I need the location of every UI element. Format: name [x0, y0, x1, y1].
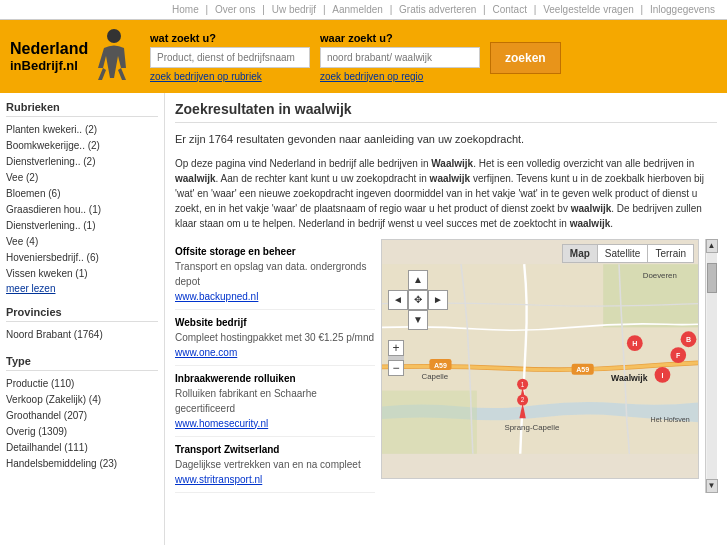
list-item[interactable]: Groothandel (207) [6, 408, 158, 424]
listing-title[interactable]: Offsite storage en beheer [175, 244, 375, 259]
svg-text:Sprang-Capelle: Sprang-Capelle [504, 423, 559, 432]
list-item[interactable]: Detailhandel (111) [6, 440, 158, 456]
search-what-group: wat zoekt u? zoek bedrijven op rubriek [150, 32, 310, 82]
map-nav-left[interactable]: ◄ [388, 290, 408, 310]
map-navigation: ▲ ◄ ✥ ► ▼ [388, 270, 448, 330]
svg-text:I: I [661, 371, 663, 379]
listing-url[interactable]: www.one.com [175, 345, 375, 360]
svg-text:A59: A59 [576, 366, 589, 374]
svg-text:F: F [676, 352, 681, 360]
listings-panel: Offsite storage en beheer Transport en o… [175, 239, 375, 493]
provincies-section: Provincies Noord Brabant (1764) [6, 306, 158, 343]
rubrieken-more-link[interactable]: meer lezen [6, 283, 55, 294]
map-tab-map[interactable]: Map [562, 244, 597, 263]
list-item[interactable]: Productie (110) [6, 376, 158, 392]
list-item[interactable]: Handelsbemiddeling (23) [6, 456, 158, 472]
page-title: Zoekresultaten in waalwijk [175, 101, 717, 123]
logo-line2: inBedrijf.nl [10, 58, 88, 74]
svg-text:A59: A59 [434, 361, 447, 369]
nav-gratis[interactable]: Gratis adverteren [399, 4, 476, 15]
logo-figure [96, 28, 131, 85]
map-zoom-controls: + − [388, 340, 404, 376]
listing-url[interactable]: www.stritransport.nl [175, 472, 375, 487]
map-nav-right[interactable]: ► [428, 290, 448, 310]
svg-text:Capelle: Capelle [422, 371, 449, 380]
listing-desc: Transport en opslag van data. ondergrond… [175, 259, 375, 289]
map-container[interactable]: Map Satellite Terrain ▲ ◄ ✥ ► ▼ + [381, 239, 699, 479]
scroll-thumb[interactable] [707, 263, 717, 293]
list-item[interactable]: Verkoop (Zakelijk) (4) [6, 392, 158, 408]
list-item[interactable]: Graasdieren hou.. (1) [6, 202, 158, 218]
search-button[interactable]: zoeken [490, 42, 561, 74]
scroll-track[interactable] [707, 253, 717, 479]
svg-text:1: 1 [521, 380, 525, 387]
map-tab-bar: Map Satellite Terrain [562, 244, 694, 263]
svg-text:Het Hofsven: Het Hofsven [651, 416, 690, 424]
list-item[interactable]: Dienstverlening.. (1) [6, 218, 158, 234]
svg-rect-3 [382, 390, 477, 453]
listing-title[interactable]: Website bedrijf [175, 315, 375, 330]
search-what-label: wat zoekt u? [150, 32, 310, 44]
search-where-input[interactable] [320, 47, 480, 68]
search-where-group: waar zoekt u? zoek bedrijven op regio [320, 32, 480, 82]
nav-faq[interactable]: Veelgestelde vragen [543, 4, 634, 15]
logo: Nederland inBedrijf.nl [10, 39, 88, 74]
list-item[interactable]: Hoveniersbedrijf.. (6) [6, 250, 158, 266]
listing-item: Transport Zwitserland Dagelijkse vertrek… [175, 437, 375, 493]
search-area: wat zoekt u? zoek bedrijven op rubriek w… [140, 32, 717, 82]
map-zoom-in[interactable]: + [388, 340, 404, 356]
listing-title[interactable]: Transport Zwitserland [175, 442, 375, 457]
map-listings-area: Offsite storage en beheer Transport en o… [175, 239, 717, 493]
nav-aanmelden[interactable]: Aanmelden [332, 4, 383, 15]
list-item[interactable]: Planten kwekeri.. (2) [6, 122, 158, 138]
listing-desc: Rolluiken fabrikant en Schaarhe gecertif… [175, 386, 375, 416]
map-nav-center[interactable]: ✥ [408, 290, 428, 310]
provincies-title: Provincies [6, 306, 158, 322]
map-nav-down[interactable]: ▼ [408, 310, 428, 330]
map-tab-terrain[interactable]: Terrain [647, 244, 694, 263]
listing-title[interactable]: Inbraakwerende rolluiken [175, 371, 375, 386]
nav-home[interactable]: Home [172, 4, 199, 15]
list-item[interactable]: Dienstverlening.. (2) [6, 154, 158, 170]
listing-url[interactable]: www.backupned.nl [175, 289, 375, 304]
search-by-category-link[interactable]: zoek bedrijven op rubriek [150, 71, 310, 82]
nav-uw-bedrijf[interactable]: Uw bedrijf [272, 4, 316, 15]
list-item[interactable]: Bloemen (6) [6, 186, 158, 202]
listing-item: Website bedrijf Compleet hostingpakket m… [175, 310, 375, 366]
search-what-input[interactable] [150, 47, 310, 68]
svg-text:B: B [686, 336, 691, 344]
description-text: Op deze pagina vind Nederland in bedrijf… [175, 156, 717, 231]
map-zoom-out[interactable]: − [388, 360, 404, 376]
svg-text:Waalwijk: Waalwijk [611, 373, 648, 383]
header: Nederland inBedrijf.nl wat zoekt u? zoek… [0, 20, 727, 93]
nav-contact[interactable]: Contact [493, 4, 527, 15]
type-title: Type [6, 355, 158, 371]
list-item[interactable]: Noord Brabant (1764) [6, 327, 158, 343]
svg-text:2: 2 [521, 396, 525, 403]
scroll-up-arrow[interactable]: ▲ [706, 239, 718, 253]
right-scrollbar[interactable]: ▲ ▼ [705, 239, 717, 493]
listing-desc: Compleet hostingpakket met 30 €1.25 p/mn… [175, 330, 375, 345]
count-text: Er zijn 1764 resultaten gevonden naar aa… [175, 131, 717, 148]
type-section: Type Productie (110) Verkoop (Zakelijk) … [6, 355, 158, 472]
listing-url[interactable]: www.homesecurity.nl [175, 416, 375, 431]
list-item[interactable]: Overig (1309) [6, 424, 158, 440]
listing-desc: Dagelijkse vertrekken van en na compleet [175, 457, 375, 472]
list-item[interactable]: Boomkwekerijge.. (2) [6, 138, 158, 154]
list-item[interactable]: Vee (4) [6, 234, 158, 250]
search-where-label: waar zoekt u? [320, 32, 480, 44]
logo-area: Nederland inBedrijf.nl [10, 28, 140, 85]
top-navigation: Home | Over ons | Uw bedrijf | Aanmelden… [0, 0, 727, 20]
scroll-down-arrow[interactable]: ▼ [706, 479, 718, 493]
svg-text:H: H [632, 340, 637, 348]
list-item[interactable]: Vee (2) [6, 170, 158, 186]
nav-over-ons[interactable]: Over ons [215, 4, 256, 15]
content-area: Zoekresultaten in waalwijk Er zijn 1764 … [165, 93, 727, 545]
svg-point-0 [107, 29, 121, 43]
map-nav-up[interactable]: ▲ [408, 270, 428, 290]
map-tab-satellite[interactable]: Satellite [597, 244, 648, 263]
nav-inlog[interactable]: Inloggegevens [650, 4, 715, 15]
list-item[interactable]: Vissen kweken (1) [6, 266, 158, 282]
search-by-region-link[interactable]: zoek bedrijven op regio [320, 71, 480, 82]
rubrieken-title: Rubrieken [6, 101, 158, 117]
